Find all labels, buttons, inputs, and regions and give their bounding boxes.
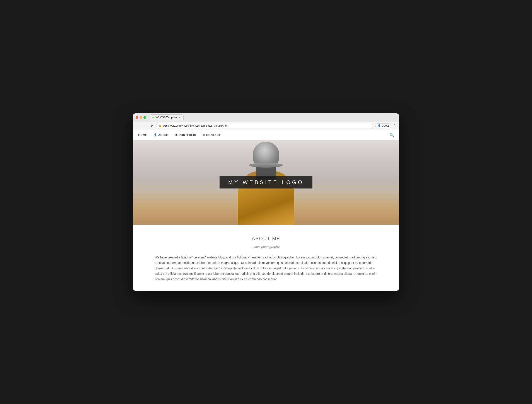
tab-favicon: W bbox=[152, 116, 154, 119]
about-subtitle: I love photography bbox=[155, 245, 377, 249]
address-bar: ← → ↻ 🔒 w3schools.com/w3css/tryw3css_tem… bbox=[133, 122, 399, 130]
browser-menu-button[interactable]: ⋮ bbox=[393, 124, 396, 128]
nav-items: HOME 👤 ABOUT ⊞ PORTFOLIO ✉ CONTACT bbox=[138, 133, 221, 137]
url-text: w3schools.com/w3css/tryw3css_templates_p… bbox=[163, 124, 228, 127]
browser-content: HOME 👤 ABOUT ⊞ PORTFOLIO ✉ CONTACT 🔍 bbox=[133, 130, 399, 291]
account-icon: 👤 bbox=[378, 124, 381, 127]
traffic-lights bbox=[136, 116, 146, 119]
nav-contact-label: CONTACT bbox=[206, 133, 221, 137]
nav-contact[interactable]: ✉ CONTACT bbox=[203, 133, 221, 137]
tab-close-button[interactable]: × bbox=[178, 116, 181, 119]
nav-about[interactable]: 👤 ABOUT bbox=[154, 133, 169, 137]
nav-portfolio-label: PORTFOLIO bbox=[179, 133, 196, 137]
nav-home-label: HOME bbox=[138, 133, 147, 137]
account-label: Guest bbox=[382, 124, 389, 127]
mac-window: W W3.CSS Template × + ⌄ ← → ↻ 🔒 w3school… bbox=[133, 113, 399, 291]
grid-icon: ⊞ bbox=[175, 133, 178, 136]
body-jacket bbox=[238, 186, 294, 225]
address-right: 👤 Guest ⋮ bbox=[375, 123, 396, 128]
about-section: ABOUT ME I love photography We have crea… bbox=[133, 225, 399, 291]
nav-portfolio[interactable]: ⊞ PORTFOLIO bbox=[175, 133, 196, 137]
hero-background: MY WEBSITE LOGO bbox=[133, 140, 399, 225]
hat-brim bbox=[249, 163, 283, 168]
tab-menu-chevron[interactable]: ⌄ bbox=[394, 116, 396, 119]
logo-text: MY WEBSITE LOGO bbox=[228, 179, 304, 185]
account-button[interactable]: 👤 Guest bbox=[375, 123, 391, 128]
minimize-button[interactable] bbox=[140, 116, 142, 119]
about-title: ABOUT ME bbox=[155, 236, 377, 241]
hero-section: MY WEBSITE LOGO bbox=[133, 140, 399, 225]
nav-about-label: ABOUT bbox=[158, 133, 169, 137]
search-button[interactable]: 🔍 bbox=[389, 133, 394, 137]
new-tab-button[interactable]: + bbox=[185, 115, 189, 120]
tab-label: W3.CSS Template bbox=[155, 116, 177, 119]
back-button[interactable]: ← bbox=[136, 124, 141, 127]
forward-button[interactable]: → bbox=[143, 124, 147, 127]
maximize-button[interactable] bbox=[143, 116, 146, 119]
url-bar[interactable]: 🔒 w3schools.com/w3css/tryw3css_templates… bbox=[156, 123, 373, 129]
logo-overlay: MY WEBSITE LOGO bbox=[219, 176, 313, 189]
close-button[interactable] bbox=[136, 116, 138, 119]
person-icon: 👤 bbox=[154, 133, 157, 136]
site-nav: HOME 👤 ABOUT ⊞ PORTFOLIO ✉ CONTACT 🔍 bbox=[133, 130, 399, 140]
active-tab[interactable]: W W3.CSS Template × bbox=[150, 114, 184, 120]
envelope-icon: ✉ bbox=[203, 133, 205, 136]
lock-icon: 🔒 bbox=[159, 124, 161, 127]
tabs-area: W W3.CSS Template × + ⌄ bbox=[150, 114, 396, 120]
nav-home[interactable]: HOME bbox=[138, 133, 147, 137]
title-bar: W W3.CSS Template × + ⌄ bbox=[133, 113, 399, 122]
refresh-button[interactable]: ↻ bbox=[150, 124, 154, 127]
about-body-text: We have created a fictional "personal" w… bbox=[155, 255, 377, 282]
